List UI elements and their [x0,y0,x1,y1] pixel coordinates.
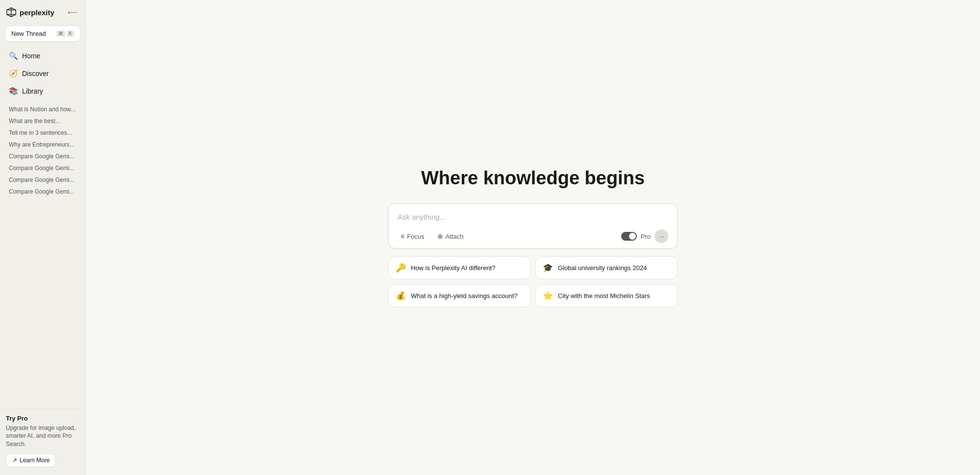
search-toolbar-left: ≡ Focus ⊕ Attach [398,230,466,242]
attach-icon: ⊕ [437,232,443,240]
list-item[interactable]: Compare Google Gemi... [5,186,80,198]
new-thread-label: New Thread [11,30,46,37]
nav-item-home[interactable]: 🔍 Home [4,48,81,64]
submit-icon: → [658,233,665,240]
focus-icon: ≡ [401,232,404,240]
suggestion-icon-2: 💰 [396,291,406,301]
suggestion-text-0: How is Perplexity AI different? [411,264,495,272]
focus-label: Focus [407,233,424,240]
suggestion-icon-0: 🔑 [396,263,406,273]
nav-section: 🔍 Home 🧭 Discover 📚 Library [0,48,85,100]
search-input[interactable] [398,212,668,223]
suggestion-icon-1: 🎓 [543,263,553,273]
logo-icon [6,7,17,18]
suggestion-icon-3: ⭐ [543,291,553,301]
try-pro-description: Upgrade for image upload, smarter AI, an… [6,424,79,449]
search-toolbar-right: Pro → [621,229,668,243]
pro-toggle-circle [629,233,636,240]
new-thread-shortcut: ⌘ K [56,30,74,37]
search-toolbar: ≡ Focus ⊕ Attach Pro → [398,229,668,243]
home-icon: 🔍 [9,51,18,60]
main-content: Where knowledge begins ≡ Focus ⊕ Attach … [86,0,980,475]
collapse-icon: ⟵ [68,8,77,16]
nav-library-label: Library [22,87,43,95]
list-item[interactable]: What are the best... [5,115,80,127]
suggestion-card-2[interactable]: 💰 What is a high-yield savings account? [388,284,530,307]
submit-button[interactable]: → [654,229,668,243]
suggestions-grid: 🔑 How is Perplexity AI different? 🎓 Glob… [388,256,678,307]
list-item[interactable]: Compare Google Gemi... [5,174,80,186]
new-thread-button[interactable]: New Thread ⌘ K [5,25,80,42]
page-title: Where knowledge begins [421,168,645,189]
try-pro-title: Try Pro [6,415,79,422]
list-item[interactable]: What is Notion and how... [5,103,80,115]
list-item[interactable]: Tell me in 3 sentences... [5,127,80,139]
learn-more-label: Learn More [20,457,50,464]
suggestion-card-3[interactable]: ⭐ City with the most Michelin Stars [535,284,678,307]
suggestion-text-1: Global university rankings 2024 [558,264,647,272]
list-item[interactable]: Compare Google Gemi... [5,162,80,174]
learn-more-arrow-icon: ↗ [12,457,17,464]
suggestion-card-0[interactable]: 🔑 How is Perplexity AI different? [388,256,530,279]
suggestion-card-1[interactable]: 🎓 Global university rankings 2024 [535,256,678,279]
sidebar: perplexity ⟵ New Thread ⌘ K 🔍 Home 🧭 Dis… [0,0,86,475]
shortcut-cmd: ⌘ [56,30,65,37]
attach-label: Attach [446,233,464,240]
sidebar-promo: Try Pro Upgrade for image upload, smarte… [0,408,85,475]
suggestion-text-3: City with the most Michelin Stars [558,292,650,300]
search-container: ≡ Focus ⊕ Attach Pro → [388,203,678,249]
logo-area: perplexity [6,7,54,18]
discover-icon: 🧭 [9,69,18,78]
pro-toggle[interactable] [621,232,637,241]
focus-button[interactable]: ≡ Focus [398,230,427,242]
suggestion-text-2: What is a high-yield savings account? [411,292,518,300]
attach-button[interactable]: ⊕ Attach [434,230,467,242]
nav-item-discover[interactable]: 🧭 Discover [4,65,81,82]
list-item[interactable]: Compare Google Gemi... [5,150,80,162]
logo-text: perplexity [20,8,54,17]
collapse-sidebar-button[interactable]: ⟵ [66,7,79,17]
library-icon: 📚 [9,87,18,96]
nav-item-library[interactable]: 📚 Library [4,83,81,100]
nav-home-label: Home [22,52,40,60]
list-item[interactable]: Why are Entrepreneurs... [5,139,80,150]
pro-label: Pro [641,233,651,240]
sidebar-header: perplexity ⟵ [0,0,85,23]
nav-discover-label: Discover [22,70,49,77]
shortcut-key: K [67,30,74,37]
learn-more-button[interactable]: ↗ Learn More [6,453,56,467]
library-items: What is Notion and how... What are the b… [0,103,85,408]
